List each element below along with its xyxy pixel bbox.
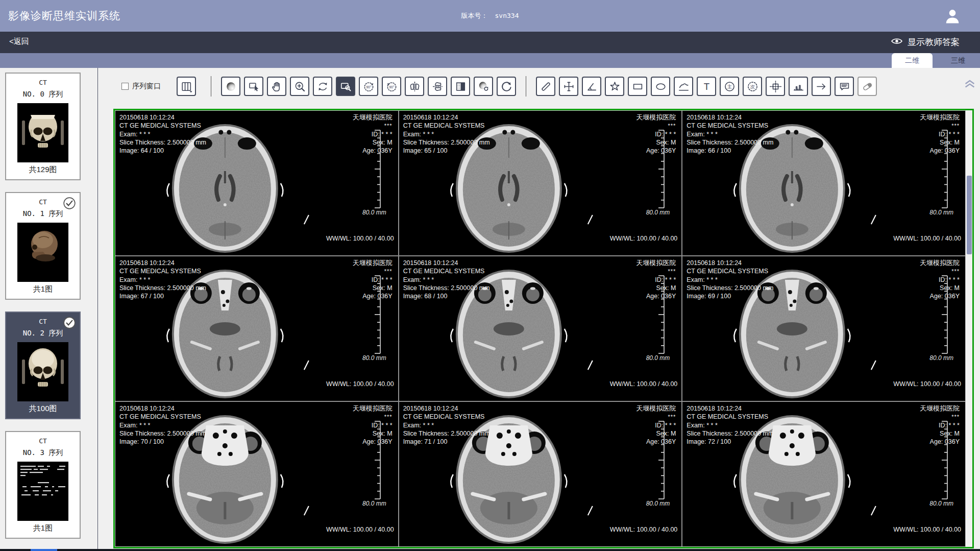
viewport-cell-7[interactable]: 20150618 10:12:24CT GE MEDICAL SYSTEMSEx… <box>115 402 398 546</box>
tool-rotate-ccw-90-button[interactable]: 90° <box>359 77 378 96</box>
scale-label: 80.0 mm <box>646 500 670 507</box>
show-teacher-answer-button[interactable]: 显示教师答案 <box>891 36 960 48</box>
collapse-toolbar-button[interactable] <box>964 79 976 90</box>
tool-text-button[interactable]: T <box>697 77 716 96</box>
overlay-left: 20150618 10:12:24CT GE MEDICAL SYSTEMSEx… <box>687 404 773 446</box>
back-button[interactable]: <返回 <box>9 37 29 46</box>
scale-label: 80.0 mm <box>362 500 386 507</box>
overlay-image-number: Image: 72 / 100 <box>687 438 773 446</box>
overlay-right: 天堰模拟医院***ID: * * *Sex: MAge: 036Y <box>920 404 960 446</box>
overlay-id: ID: * * * <box>920 421 960 429</box>
ellipse-roi-icon <box>654 80 667 93</box>
tool-angle-button[interactable] <box>582 77 601 96</box>
overlay-hospital: 天堰模拟医院 <box>353 259 393 267</box>
tool-rotate-cw-90-button[interactable]: 90° <box>382 77 401 96</box>
viewport-cell-2[interactable]: 20150618 10:12:24CT GE MEDICAL SYSTEMSEx… <box>399 111 682 255</box>
viewport-cell-3[interactable]: 20150618 10:12:24CT GE MEDICAL SYSTEMSEx… <box>682 111 965 255</box>
viewport-cell-5[interactable]: 20150618 10:12:24CT GE MEDICAL SYSTEMSEx… <box>399 256 682 401</box>
window-level-label: WW/WL: 100.00 / 40.00 <box>610 235 678 242</box>
overlay-exam: Exam: * * * <box>119 130 206 138</box>
series-card-1[interactable]: CTNO. 1 序列共1图 <box>5 192 81 300</box>
cross-measure-icon <box>562 80 575 93</box>
flip-vertical-icon <box>431 80 444 93</box>
tool-eraser-button[interactable] <box>857 77 877 96</box>
tab-3d[interactable]: 三维 <box>936 53 980 68</box>
bottom-strip-accent <box>31 549 57 551</box>
user-icon[interactable] <box>943 7 962 26</box>
dose-report-thumbnail-image <box>17 462 68 521</box>
overlay-thickness: Slice Thickness: 2.500000 mm <box>403 429 490 438</box>
tool-layout-button[interactable] <box>177 77 196 96</box>
series-window-checkbox[interactable]: 序列窗口 <box>121 82 161 91</box>
viewport-cell-9[interactable]: 20150618 10:12:24CT GE MEDICAL SYSTEMSEx… <box>682 402 965 546</box>
tool-curve-button[interactable] <box>674 77 693 96</box>
window-level-label: WW/WL: 100.00 / 40.00 <box>610 380 678 388</box>
overlay-datetime: 20150618 10:12:24 <box>119 113 206 122</box>
tab-2d[interactable]: 二维 <box>892 53 933 68</box>
viewport-cell-6[interactable]: 20150618 10:12:24CT GE MEDICAL SYSTEMSEx… <box>682 256 965 401</box>
overlay-datetime: 20150618 10:12:24 <box>119 404 206 413</box>
tool-ruler-button[interactable] <box>536 77 555 96</box>
overlay-stars: *** <box>636 267 676 275</box>
curve-icon <box>677 80 690 93</box>
nav-bar: <返回 显示教师答案 <box>0 32 980 53</box>
viewer-scrollbar[interactable] <box>966 110 972 547</box>
overlay-left: 20150618 10:12:24CT GE MEDICAL SYSTEMSEx… <box>687 259 773 300</box>
overlay-device: CT GE MEDICAL SYSTEMS <box>403 413 490 421</box>
window-level-label: WW/WL: 100.00 / 40.00 <box>326 380 394 388</box>
overlay-hospital: 天堰模拟医院 <box>920 259 960 267</box>
tool-window-level-preset-button[interactable] <box>474 77 493 96</box>
overlay-exam: Exam: * * * <box>687 276 773 284</box>
overlay-left: 20150618 10:12:24CT GE MEDICAL SYSTEMSEx… <box>403 404 490 446</box>
tool-rotate-3d-button[interactable] <box>313 77 332 96</box>
tool-flip-vertical-button[interactable] <box>428 77 447 96</box>
tool-secondary-label-button[interactable]: 次 <box>743 77 762 96</box>
series-card-3[interactable]: CTNO. 3 序列共1图 <box>5 431 81 539</box>
tool-rect-roi-button[interactable] <box>628 77 647 96</box>
series-count: 共1图 <box>6 284 80 294</box>
tool-reset-button[interactable] <box>497 77 516 96</box>
tool-crop-region-button[interactable] <box>766 77 785 96</box>
tool-ellipse-roi-button[interactable] <box>651 77 670 96</box>
tool-histogram-button[interactable] <box>789 77 808 96</box>
overlay-id: ID: * * * <box>353 421 393 429</box>
tool-main-label-button[interactable]: 主 <box>720 77 739 96</box>
check-icon <box>63 316 76 329</box>
tool-select-button[interactable] <box>244 77 263 96</box>
overlay-image-number: Image: 70 / 100 <box>119 438 206 446</box>
series-count: 共129图 <box>6 165 80 175</box>
tool-star-button[interactable] <box>605 77 624 96</box>
version-label: 版本号： <box>461 12 488 19</box>
overlay-datetime: 20150618 10:12:24 <box>119 259 206 267</box>
tool-flip-horizontal-button[interactable] <box>405 77 424 96</box>
overlay-datetime: 20150618 10:12:24 <box>687 113 773 122</box>
viewport-cell-8[interactable]: 20150618 10:12:24CT GE MEDICAL SYSTEMSEx… <box>399 402 682 546</box>
tool-invert-button[interactable] <box>451 77 470 96</box>
tool-zoom-region-button[interactable] <box>336 77 355 96</box>
tool-zoom-button[interactable] <box>290 77 309 96</box>
overlay-device: CT GE MEDICAL SYSTEMS <box>403 122 490 130</box>
overlay-right: 天堰模拟医院***ID: * * *Sex: MAge: 036Y <box>636 404 676 446</box>
tool-comment-button[interactable] <box>835 77 854 96</box>
overlay-id: ID: * * * <box>636 421 676 429</box>
viewport-cell-1[interactable]: 20150618 10:12:24CT GE MEDICAL SYSTEMSEx… <box>115 111 398 255</box>
series-card-2[interactable]: CTNO. 2 序列共100图 <box>5 312 81 419</box>
scrollbar-thumb[interactable] <box>967 176 972 254</box>
window-level-label: WW/WL: 100.00 / 40.00 <box>893 235 961 242</box>
tool-window-level-button[interactable] <box>221 77 240 96</box>
series-card-0[interactable]: CTNO. 0 序列共129图 <box>5 73 81 180</box>
overlay-id: ID: * * * <box>636 276 676 284</box>
overlay-exam: Exam: * * * <box>119 421 206 429</box>
pan-icon <box>271 80 283 93</box>
overlay-age: Age: 036Y <box>636 438 676 446</box>
overlay-age: Age: 036Y <box>920 438 960 446</box>
overlay-right: 天堰模拟医院***ID: * * *Sex: MAge: 036Y <box>920 113 960 155</box>
viewer-grid: 20150618 10:12:24CT GE MEDICAL SYSTEMSEx… <box>113 109 974 548</box>
viewport-cell-4[interactable]: 20150618 10:12:24CT GE MEDICAL SYSTEMSEx… <box>115 256 398 401</box>
overlay-left: 20150618 10:12:24CT GE MEDICAL SYSTEMSEx… <box>119 404 206 446</box>
svg-text:主: 主 <box>727 84 731 89</box>
series-count: 共1图 <box>6 523 80 533</box>
tool-cross-measure-button[interactable] <box>559 77 578 96</box>
tool-arrow-button[interactable] <box>812 77 831 96</box>
tool-pan-button[interactable] <box>267 77 286 96</box>
